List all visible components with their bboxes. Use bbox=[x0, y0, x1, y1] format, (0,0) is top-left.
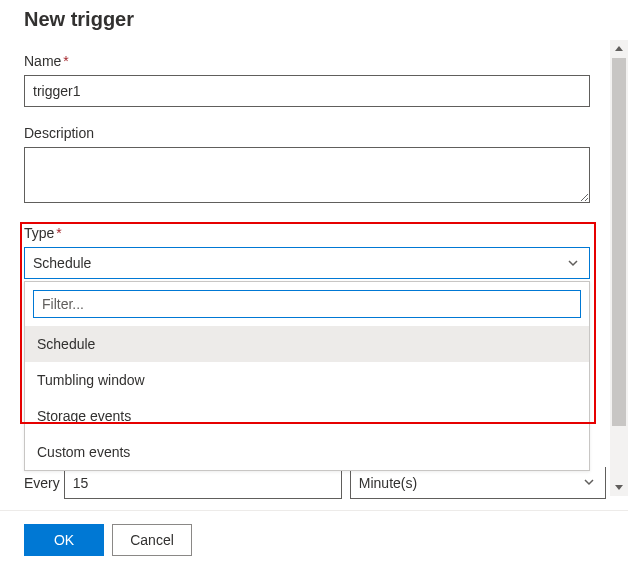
chevron-down-icon bbox=[583, 475, 595, 491]
type-option-tumbling-window[interactable]: Tumbling window bbox=[25, 362, 589, 398]
every-unit-value: Minute(s) bbox=[359, 475, 417, 491]
name-label: Name* bbox=[24, 53, 604, 69]
description-textarea[interactable] bbox=[24, 147, 590, 203]
footer-bar: OK Cancel bbox=[0, 510, 628, 568]
description-label: Description bbox=[24, 125, 604, 141]
type-dropdown[interactable]: Schedule bbox=[24, 247, 590, 279]
recurrence-row: Every Minute(s) bbox=[24, 467, 614, 499]
type-filter-input[interactable] bbox=[33, 290, 581, 318]
scroll-thumb[interactable] bbox=[612, 58, 626, 426]
type-option-custom-events[interactable]: Custom events bbox=[25, 434, 589, 470]
type-option-schedule[interactable]: Schedule bbox=[25, 326, 589, 362]
page-title: New trigger bbox=[24, 8, 604, 31]
scroll-up-button[interactable] bbox=[610, 40, 628, 58]
type-option-storage-events[interactable]: Storage events bbox=[25, 398, 589, 434]
every-label: Every bbox=[24, 475, 60, 491]
description-field-group: Description bbox=[24, 125, 604, 207]
type-dropdown-panel: Schedule Tumbling window Storage events … bbox=[24, 281, 590, 471]
name-field-group: Name* bbox=[24, 53, 604, 107]
required-asterisk: * bbox=[63, 53, 68, 69]
scrollbar-track[interactable] bbox=[610, 40, 628, 496]
type-selected-value: Schedule bbox=[33, 255, 91, 271]
every-value-input[interactable] bbox=[64, 467, 342, 499]
every-unit-dropdown[interactable]: Minute(s) bbox=[350, 467, 606, 499]
chevron-down-icon bbox=[567, 256, 579, 272]
required-asterisk: * bbox=[56, 225, 61, 241]
name-input[interactable] bbox=[24, 75, 590, 107]
type-label: Type* bbox=[24, 225, 604, 241]
ok-button[interactable]: OK bbox=[24, 524, 104, 556]
type-field-group: Type* Schedule Schedule Tumbling window … bbox=[24, 225, 604, 471]
new-trigger-panel: New trigger Name* Description Type* Sche… bbox=[0, 0, 604, 567]
scroll-down-button[interactable] bbox=[610, 478, 628, 496]
cancel-button[interactable]: Cancel bbox=[112, 524, 192, 556]
